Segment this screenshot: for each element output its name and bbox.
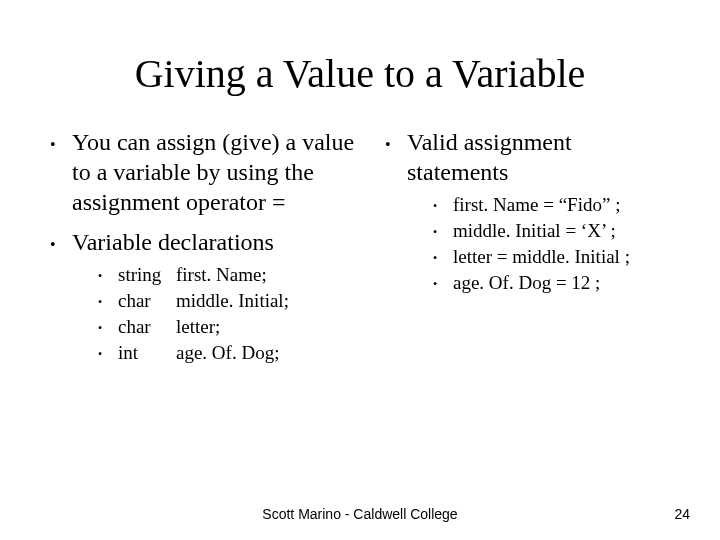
decl-name: letter;	[176, 316, 220, 337]
list-item: • You can assign (give) a value to a var…	[50, 127, 365, 217]
bullet-icon: •	[433, 271, 453, 295]
bullet-icon: •	[433, 245, 453, 269]
bullet-icon: •	[433, 193, 453, 217]
slide: Giving a Value to a Variable • You can a…	[0, 0, 720, 540]
decl-type: string	[118, 263, 176, 287]
decl-type: char	[118, 289, 176, 313]
list-item: • charmiddle. Initial;	[98, 289, 289, 313]
bullet-icon: •	[98, 341, 118, 365]
page-number: 24	[674, 506, 690, 522]
list-item: • stringfirst. Name;	[98, 263, 289, 287]
bullet-icon: •	[98, 263, 118, 287]
item-text: Valid assignment statements	[407, 127, 670, 187]
decl-type: char	[118, 315, 176, 339]
decl-name: first. Name;	[176, 264, 267, 285]
bullet-icon: •	[433, 219, 453, 243]
list-item: • Variable declarations • stringfirst. N…	[50, 227, 365, 367]
list-item: • age. Of. Dog = 12 ;	[433, 271, 670, 295]
list-item: • middle. Initial = ‘X’ ;	[433, 219, 670, 243]
item-text: You can assign (give) a value to a varia…	[72, 127, 365, 217]
list-item: • letter = middle. Initial ;	[433, 245, 670, 269]
item-text: Variable declarations	[72, 227, 289, 257]
list-item: • intage. Of. Dog;	[98, 341, 289, 365]
item-text: age. Of. Dog = 12 ;	[453, 271, 600, 295]
item-text: first. Name = “Fido” ;	[453, 193, 620, 217]
decl-type: int	[118, 341, 176, 365]
decl-name: middle. Initial;	[176, 290, 289, 311]
list-item: • Valid assignment statements • first. N…	[385, 127, 670, 297]
item-text: letter = middle. Initial ;	[453, 245, 630, 269]
left-column: • You can assign (give) a value to a var…	[50, 127, 365, 377]
slide-title: Giving a Value to a Variable	[50, 50, 670, 97]
right-column: • Valid assignment statements • first. N…	[385, 127, 670, 377]
bullet-icon: •	[50, 127, 72, 217]
slide-body: • You can assign (give) a value to a var…	[50, 127, 670, 377]
bullet-icon: •	[385, 127, 407, 297]
item-text: middle. Initial = ‘X’ ;	[453, 219, 616, 243]
decl-name: age. Of. Dog;	[176, 342, 279, 363]
bullet-icon: •	[50, 227, 72, 367]
list-item: • first. Name = “Fido” ;	[433, 193, 670, 217]
bullet-icon: •	[98, 289, 118, 313]
list-item: • charletter;	[98, 315, 289, 339]
footer-text: Scott Marino - Caldwell College	[0, 506, 720, 522]
bullet-icon: •	[98, 315, 118, 339]
